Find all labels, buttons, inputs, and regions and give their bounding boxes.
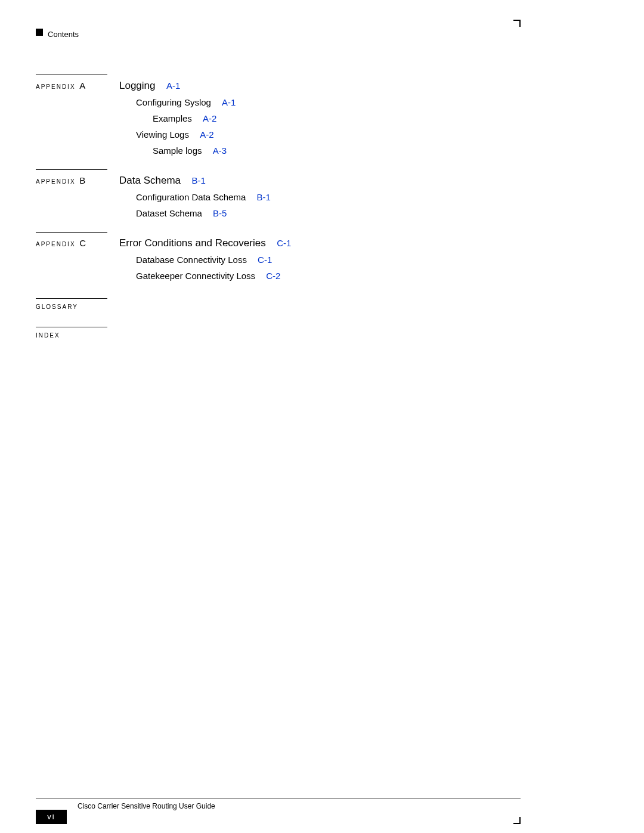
item-text: Gatekeeper Connectivity Loss [136, 271, 255, 281]
item-text: Dataset Schema [136, 208, 202, 218]
page-ref[interactable]: A-2 [200, 129, 213, 140]
toc-section-glossary: GLOSSARY [36, 298, 521, 310]
toc-section-c: APPENDIX C Error Conditions and Recoveri… [36, 232, 521, 281]
section-rule [36, 327, 107, 327]
page-number: vi [36, 810, 67, 824]
prefix-letter: C [79, 238, 86, 248]
section-rule [36, 75, 107, 75]
item-text: Configuration Data Schema [136, 192, 246, 202]
prefix-text: APPENDIX [36, 178, 76, 185]
section-rule [36, 169, 107, 170]
section-rule [36, 298, 107, 299]
glossary-label[interactable]: GLOSSARY [36, 304, 521, 310]
toc-item[interactable]: Configuring Syslog A-1 [136, 97, 521, 108]
page-ref[interactable]: B-1 [191, 175, 205, 185]
page-ref[interactable]: B-1 [256, 192, 270, 202]
page-ref[interactable]: B-5 [213, 208, 227, 218]
prefix-text: APPENDIX [36, 83, 76, 90]
toc-content: APPENDIX A Logging A-1 Configuring Syslo… [36, 75, 521, 339]
toc-item[interactable]: Gatekeeper Connectivity Loss C-2 [136, 271, 521, 281]
page-ref[interactable]: C-1 [277, 238, 291, 248]
toc-item[interactable]: Sample logs A-3 [136, 145, 521, 156]
toc-section-a: APPENDIX A Logging A-1 Configuring Syslo… [36, 75, 521, 156]
toc-item[interactable]: Database Connectivity Loss C-1 [136, 255, 521, 265]
section-title[interactable]: Error Conditions and Recoveries [119, 237, 266, 249]
page-ref[interactable]: C-1 [258, 255, 272, 265]
toc-section-b: APPENDIX B Data Schema B-1 Configuration… [36, 169, 521, 219]
item-text: Sample logs [153, 145, 202, 156]
section-prefix: APPENDIX C [36, 238, 119, 248]
prefix-letter: A [79, 80, 85, 91]
item-text: Configuring Syslog [136, 97, 211, 107]
section-title[interactable]: Logging [119, 80, 156, 91]
page-ref[interactable]: A-1 [166, 80, 180, 91]
crop-mark-tr [513, 20, 521, 27]
toc-section-index: INDEX [36, 327, 521, 339]
item-text: Viewing Logs [136, 129, 189, 140]
footer-book-title: Cisco Carrier Sensitive Routing User Gui… [78, 802, 215, 810]
header-label: Contents [48, 30, 79, 39]
item-text: Examples [153, 113, 192, 123]
header-box-icon [36, 29, 43, 36]
toc-item[interactable]: Examples A-2 [136, 113, 521, 124]
page-ref[interactable]: A-1 [222, 97, 236, 107]
toc-item[interactable]: Viewing Logs A-2 [136, 129, 521, 140]
section-prefix: APPENDIX A [36, 80, 119, 91]
index-label[interactable]: INDEX [36, 332, 521, 339]
prefix-text: APPENDIX [36, 241, 76, 247]
item-text: Database Connectivity Loss [136, 255, 247, 265]
page-ref[interactable]: A-3 [213, 145, 227, 156]
footer-rule [36, 798, 521, 798]
crop-mark-br [513, 817, 521, 824]
toc-item[interactable]: Dataset Schema B-5 [136, 208, 521, 219]
section-prefix: APPENDIX B [36, 175, 119, 185]
page-ref[interactable]: C-2 [266, 271, 280, 281]
section-title[interactable]: Data Schema [119, 175, 181, 186]
prefix-letter: B [79, 175, 85, 185]
section-rule [36, 232, 107, 233]
toc-item[interactable]: Configuration Data Schema B-1 [136, 192, 521, 203]
page-ref[interactable]: A-2 [203, 113, 216, 123]
